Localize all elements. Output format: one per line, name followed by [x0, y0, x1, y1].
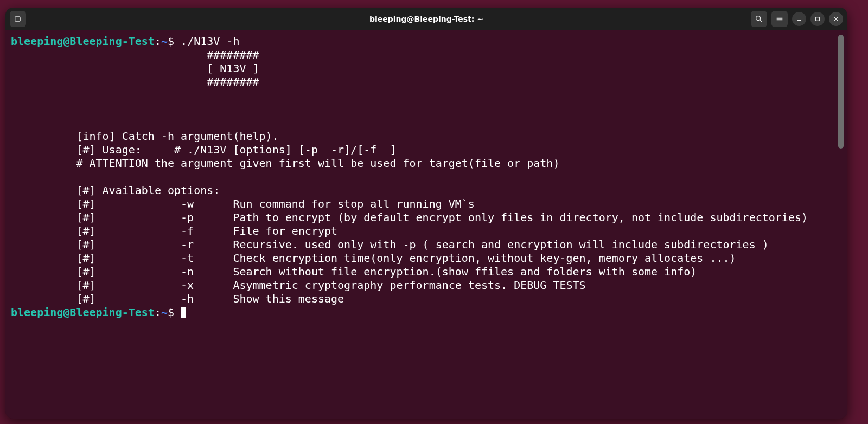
window-title: bleeping@Bleeping-Test: ~	[5, 15, 847, 23]
svg-line-4	[760, 20, 762, 22]
svg-rect-9	[816, 17, 820, 21]
titlebar: bleeping@Bleeping-Test: ~	[5, 8, 847, 30]
cursor	[181, 307, 186, 318]
scrollbar-thumb[interactable]	[838, 35, 844, 149]
svg-rect-0	[15, 17, 20, 21]
search-button[interactable]	[751, 11, 767, 27]
hamburger-menu-button[interactable]	[771, 11, 788, 27]
close-button[interactable]	[829, 12, 843, 26]
terminal-body[interactable]: bleeping@Bleeping-Test:~$ ./N13V -h ####…	[5, 30, 847, 419]
terminal-output: bleeping@Bleeping-Test:~$ ./N13V -h ####…	[8, 35, 842, 319]
scrollbar-track[interactable]	[839, 30, 846, 419]
minimize-button[interactable]	[792, 12, 806, 26]
new-tab-button[interactable]	[10, 11, 26, 27]
terminal-window: bleeping@Bleeping-Test: ~	[5, 8, 847, 419]
maximize-button[interactable]	[810, 12, 825, 26]
svg-point-3	[756, 16, 761, 21]
